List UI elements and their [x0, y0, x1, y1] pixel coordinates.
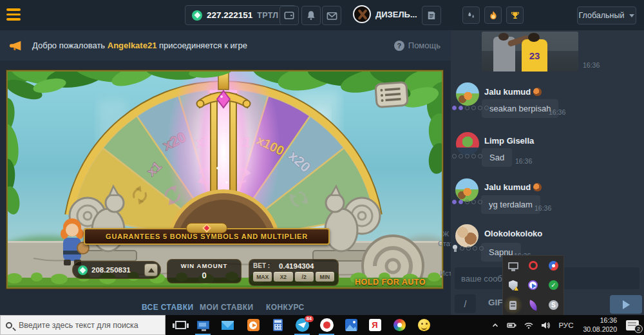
contest-button[interactable]	[506, 6, 524, 24]
tray-antivirus-icon[interactable]	[544, 276, 564, 296]
tray-expand-button[interactable]	[488, 315, 502, 335]
pc-icon	[197, 321, 209, 329]
system-tray: РУС 16:36 30.08.2020 2	[488, 315, 644, 335]
chat-username[interactable]: Olokolokoloko	[484, 229, 542, 238]
currency-label: ТРТЛ	[257, 11, 278, 20]
avatar[interactable]	[456, 82, 479, 106]
jersey: 23	[522, 39, 547, 72]
calculator-icon	[273, 319, 283, 331]
paint-icon	[393, 319, 406, 331]
deposit-arrow-button[interactable]	[144, 263, 158, 276]
tray-device-icon[interactable]	[503, 295, 523, 315]
game-frame: x1 x20 x3 x50 x1 x100 x20	[6, 70, 443, 289]
bonus-banner: GUARANTEES 5 BONUS SYMBOLS AND MULTIPLIE…	[84, 228, 330, 245]
task-view-icon	[175, 321, 186, 329]
journal-icon	[426, 10, 437, 21]
paytable-stone-button[interactable]	[375, 82, 408, 107]
notification-username: Angelkate21	[108, 41, 157, 50]
tray-skype-icon[interactable]: S	[544, 295, 564, 315]
avatar[interactable]	[455, 178, 478, 202]
send-button[interactable]	[610, 295, 642, 314]
taskbar-app-mail[interactable]	[216, 315, 238, 335]
tray-sync-icon[interactable]	[544, 256, 564, 276]
mail-icon	[222, 321, 234, 330]
taskbar-search[interactable]	[0, 315, 166, 335]
win-amount-panel: WIN AMOUNT 0	[167, 259, 242, 283]
bet-half-button[interactable]: /2	[295, 272, 314, 282]
photos-icon	[345, 319, 357, 331]
trophy-icon	[510, 10, 520, 21]
slash-command-button[interactable]: /	[455, 294, 476, 313]
screen: 227.222151 ТРТЛ ДИЗЕЛЬ...	[0, 0, 644, 335]
bet-min-button[interactable]: MIN	[316, 272, 334, 282]
journal-button[interactable]	[422, 6, 441, 25]
chat-username[interactable]: Jalu kumud	[484, 87, 542, 97]
volume-icon[interactable]	[538, 315, 553, 335]
top-header: 227.222151 ТРТЛ ДИЗЕЛЬ...	[0, 0, 644, 30]
hold-for-auto-button[interactable]: HOLD FOR AUTO	[348, 278, 433, 287]
language-indicator[interactable]: РУС	[555, 321, 576, 329]
megaphone-icon	[9, 39, 23, 53]
windows-taskbar: 84 Я РУС 16:36 30.08.2020 2	[0, 315, 644, 335]
help-link[interactable]: Помощь	[394, 41, 440, 51]
rain-button[interactable]	[462, 6, 480, 24]
chat-username[interactable]: Limp Gisella	[484, 136, 534, 146]
wallet-button[interactable]	[279, 6, 299, 25]
task-view-button[interactable]	[169, 315, 191, 335]
taskbar-app-calculator[interactable]	[267, 315, 289, 335]
bet-double-button[interactable]: X2	[274, 272, 292, 282]
telegram-badge: 84	[305, 316, 314, 322]
question-icon	[394, 41, 404, 51]
avatar[interactable]	[455, 224, 478, 247]
game-balance-value: 208.250831	[91, 266, 140, 274]
hamburger-menu-icon[interactable]	[6, 8, 22, 22]
win-amount-label: WIN AMOUNT	[167, 262, 241, 269]
taskbar-app-photos[interactable]	[340, 315, 362, 335]
gif-button[interactable]: GIF	[488, 298, 503, 307]
search-icon	[6, 322, 12, 329]
taskbar-app-yandex-browser[interactable]	[316, 315, 337, 335]
taskbar-app-emoji[interactable]	[413, 315, 435, 335]
taskbar-app-pc[interactable]	[192, 315, 214, 335]
notifications-button[interactable]	[301, 6, 321, 25]
game-balance: 208.250831	[72, 261, 161, 279]
avatar	[353, 5, 371, 23]
smiley-icon	[418, 319, 430, 331]
clock[interactable]: 16:36 30.08.2020	[579, 316, 621, 334]
bonus-banner-text: GUARANTEES 5 BONUS SYMBOLS AND MULTIPLIE…	[106, 233, 308, 240]
action-center-button[interactable]: 2	[623, 315, 641, 335]
tab-all-bets[interactable]: ВСЕ СТАВКИ	[142, 303, 193, 312]
wifi-icon[interactable]	[522, 315, 536, 335]
tray-feather-icon[interactable]	[523, 295, 543, 315]
taskbar-app-paint[interactable]	[388, 315, 410, 335]
chat-message: seakan berpisah	[482, 99, 558, 118]
taskbar-app-yandex[interactable]: Я	[364, 315, 386, 335]
user-menu[interactable]: ДИЗЕЛЬ...	[353, 5, 428, 23]
rank-dots	[452, 106, 489, 110]
rank-badge-icon	[452, 245, 458, 252]
tray-media-icon[interactable]	[523, 276, 543, 296]
taskbar-app-media[interactable]	[242, 315, 264, 335]
tray-monitor-icon[interactable]	[503, 256, 523, 276]
chat-username[interactable]: Jalu kumud	[484, 182, 542, 192]
username: ДИЗЕЛЬ...	[375, 10, 417, 19]
tray-opera-icon[interactable]	[523, 256, 543, 276]
bet-max-button[interactable]: MAX	[253, 272, 272, 282]
tray-defender-icon[interactable]	[503, 276, 523, 296]
yandex-icon: Я	[369, 319, 381, 331]
turkey-emoji-icon	[533, 183, 542, 191]
game-art: x1 x20 x3 x50 x1 x100 x20	[8, 72, 443, 289]
battery-icon[interactable]	[505, 315, 519, 335]
tab-contest[interactable]: КОНКУРС	[266, 303, 305, 312]
messages-button[interactable]	[322, 6, 341, 25]
chat-channel-select[interactable]: Глобальный	[577, 6, 636, 24]
chat-image-message[interactable]: 23	[482, 32, 578, 72]
turkey-emoji-icon	[533, 88, 542, 96]
bonus-fire-button[interactable]	[484, 6, 502, 24]
avatar[interactable]	[456, 132, 479, 155]
taskbar-app-telegram[interactable]: 84	[291, 315, 313, 335]
tab-my-bets[interactable]: МОИ СТАВКИ	[200, 303, 254, 312]
notification-text: Добро пожаловать Angelkate21 присоединяе…	[32, 41, 247, 50]
wallet-icon	[283, 9, 296, 22]
search-input[interactable]	[17, 320, 146, 330]
